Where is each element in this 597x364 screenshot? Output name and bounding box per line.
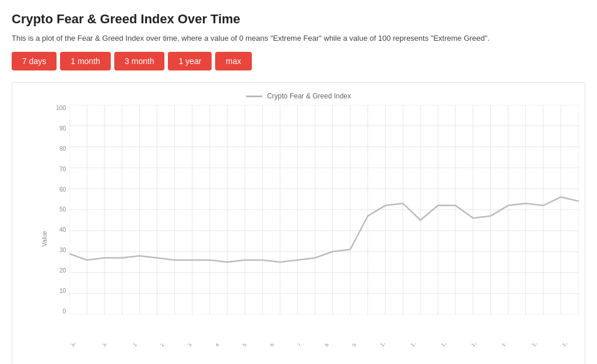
main-container: Crypto Fear & Greed Index Over Time This…	[12, 12, 585, 364]
x-label-1: 31 Dec, 2022	[101, 344, 127, 348]
btn-1year[interactable]: 1 year	[168, 52, 212, 70]
y-axis-label: Value	[41, 231, 48, 246]
x-label-9: 8 Jan, 2023	[324, 344, 347, 348]
chart-plot-area	[69, 105, 579, 314]
x-label-6: 5 Jan, 2023	[241, 344, 265, 348]
x-label-15: 14 Jan, 2023	[500, 344, 526, 348]
chart-legend: Crypto Fear & Greed Index	[18, 92, 579, 100]
y-axis: 100 90 80 70 60 50 40 30 20 10 0	[53, 105, 69, 314]
x-label-8: 7 Jan, 2023	[296, 344, 319, 348]
x-label-17: 16 Jan, 2023	[561, 344, 579, 348]
chart-container: Crypto Fear & Greed Index Value 100 90 8…	[12, 82, 585, 364]
x-label-10: 9 Jan, 2023	[351, 344, 374, 348]
x-label-12: 11 Jan, 2023	[409, 344, 435, 348]
btn-max[interactable]: max	[215, 52, 251, 70]
btn-3month[interactable]: 3 month	[114, 52, 165, 70]
x-label-4: 3 Jan, 2023	[187, 344, 210, 348]
page-title: Crypto Fear & Greed Index Over Time	[12, 12, 585, 27]
x-label-13: 12 Jan, 2023	[440, 344, 465, 348]
page-description: This is a plot of the Fear & Greed Index…	[12, 34, 585, 43]
time-range-buttons: 7 days 1 month 3 month 1 year max	[12, 52, 585, 70]
btn-1month[interactable]: 1 month	[60, 52, 111, 70]
x-label-5: 4 Jan, 2023	[214, 344, 237, 348]
x-label-14: 13 Jan, 2023	[470, 344, 496, 348]
x-label-16: 15 Jan, 2023	[531, 344, 556, 348]
btn-7days[interactable]: 7 days	[12, 52, 57, 70]
x-label-0: 30 Dec, 2022	[69, 344, 96, 348]
legend-line-icon	[246, 96, 262, 97]
legend-label: Crypto Fear & Greed Index	[267, 92, 351, 100]
x-label-3: 2 Jan, 2023	[159, 344, 182, 348]
x-label-11: 10 Jan, 2023	[379, 344, 405, 348]
x-label-7: 6 Jan, 2023	[269, 344, 292, 348]
x-label-2: 1 Jan, 2023	[132, 344, 155, 348]
